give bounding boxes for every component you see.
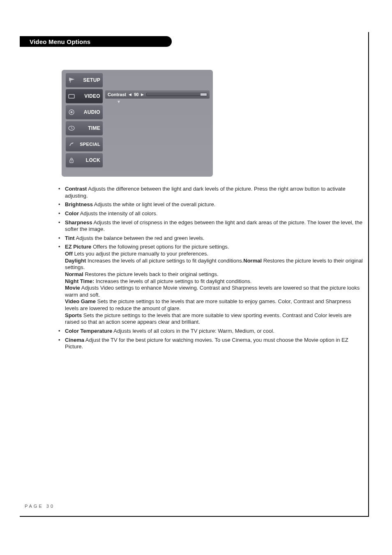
osd-menu-figure: SETUP VIDEO AUDIO TIME SPECIAL — [62, 70, 213, 177]
setting-label: Contrast — [108, 92, 126, 97]
section-title: Video Menu Options — [20, 36, 146, 47]
menu-label: SETUP — [77, 77, 100, 83]
menu-label: SPECIAL — [77, 142, 100, 147]
menu-item-special[interactable]: SPECIAL — [66, 137, 103, 151]
list-item: Color Adjusts the intensity of all color… — [58, 210, 364, 217]
special-icon — [68, 141, 75, 147]
list-item: Brightness Adjusts the white or light le… — [58, 201, 364, 208]
menu-item-time[interactable]: TIME — [66, 121, 103, 135]
list-item: Color Temperature Adjusts levels of all … — [58, 328, 364, 335]
menu-item-setup[interactable]: SETUP — [66, 73, 103, 87]
menu-item-lock[interactable]: LOCK — [66, 153, 103, 167]
list-item: Tint Adjusts the balance between the red… — [58, 235, 364, 242]
lock-icon — [68, 157, 75, 164]
setting-value: 90 — [134, 92, 138, 97]
svg-rect-1 — [69, 95, 74, 97]
svg-point-3 — [71, 111, 73, 113]
menu-label: VIDEO — [77, 93, 100, 99]
time-icon — [68, 125, 75, 131]
menu-item-video[interactable]: VIDEO — [66, 89, 103, 103]
menu-label: AUDIO — [77, 109, 100, 115]
list-item: Contrast Adjusts the difference between … — [58, 186, 364, 199]
audio-icon — [68, 109, 75, 115]
arrow-down-icon: ▼ — [117, 99, 121, 104]
menu-sidebar: SETUP VIDEO AUDIO TIME SPECIAL — [66, 73, 103, 169]
video-icon — [68, 93, 75, 99]
arrow-right-icon: ▶ — [141, 92, 144, 97]
slider-track[interactable] — [146, 93, 207, 96]
contrast-slider-row[interactable]: Contrast ◀ 90 ▶ — [105, 90, 210, 99]
description-list: Contrast Adjusts the difference between … — [58, 186, 364, 352]
menu-label: LOCK — [77, 157, 100, 163]
setup-icon — [68, 77, 75, 83]
svg-point-6 — [71, 161, 72, 161]
menu-item-audio[interactable]: AUDIO — [66, 105, 103, 119]
section-cap — [146, 36, 172, 47]
section-header: Video Menu Options — [20, 36, 172, 47]
slider-fill — [147, 93, 201, 96]
page-number: PAGE 30 — [25, 504, 55, 509]
list-item: Cinema Adjust the TV for the best pictur… — [58, 337, 364, 350]
list-item: EZ Picture Offers the following preset o… — [58, 244, 364, 326]
arrow-left-icon: ◀ — [129, 92, 131, 97]
menu-label: TIME — [77, 125, 100, 131]
list-item: Sharpness Adjusts the level of crispness… — [58, 219, 364, 233]
